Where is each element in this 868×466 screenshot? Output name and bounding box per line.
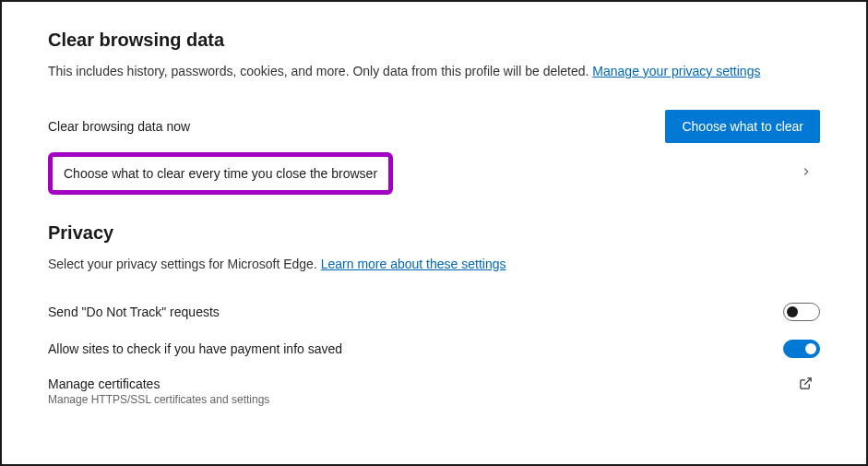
clear-now-row: Clear browsing data now Choose what to c… xyxy=(48,101,820,152)
dnt-toggle[interactable] xyxy=(783,303,820,321)
payment-toggle[interactable] xyxy=(783,340,820,358)
external-link-icon xyxy=(799,376,813,394)
manage-privacy-link[interactable]: Manage your privacy settings xyxy=(592,64,760,78)
dnt-row: Send "Do Not Track" requests xyxy=(48,293,820,330)
svg-line-0 xyxy=(804,378,811,385)
manage-certificates-subtext: Manage HTTPS/SSL certificates and settin… xyxy=(48,393,269,406)
clear-data-heading: Clear browsing data xyxy=(48,30,820,51)
highlight-annotation: Choose what to clear every time you clos… xyxy=(48,152,393,195)
privacy-description: Select your privacy settings for Microso… xyxy=(48,257,820,271)
clear-on-close-row[interactable]: Choose what to clear every time you clos… xyxy=(48,152,820,195)
dnt-label: Send "Do Not Track" requests xyxy=(48,305,220,319)
payment-label: Allow sites to check if you have payment… xyxy=(48,341,342,356)
clear-data-description: This includes history, passwords, cookie… xyxy=(48,64,820,78)
privacy-heading: Privacy xyxy=(48,222,820,244)
clear-now-label: Clear browsing data now xyxy=(48,119,190,134)
clear-on-close-label: Choose what to clear every time you clos… xyxy=(64,166,377,181)
manage-certificates-row[interactable]: Manage certificates Manage HTTPS/SSL cer… xyxy=(48,367,820,424)
privacy-desc-text: Select your privacy settings for Microso… xyxy=(48,257,321,271)
manage-certificates-label: Manage certificates xyxy=(48,376,269,391)
payment-row: Allow sites to check if you have payment… xyxy=(48,330,820,367)
learn-more-link[interactable]: Learn more about these settings xyxy=(321,257,506,271)
chevron-right-icon xyxy=(800,165,813,182)
clear-data-desc-text: This includes history, passwords, cookie… xyxy=(48,64,592,78)
help-improve-heading: Help improve Microsoft Edge xyxy=(48,461,820,466)
choose-what-to-clear-button[interactable]: Choose what to clear xyxy=(665,110,820,143)
